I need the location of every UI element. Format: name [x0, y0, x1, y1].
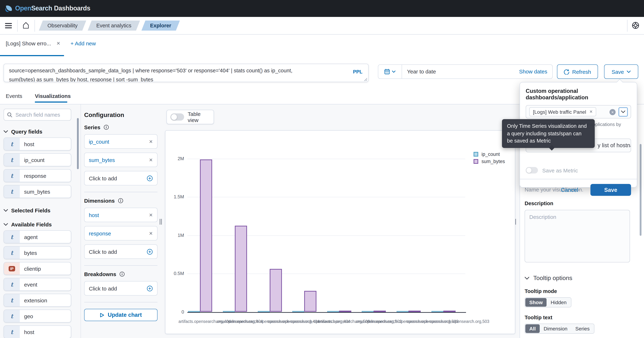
save-confirm-button[interactable]: Save — [590, 184, 631, 196]
tooltip-text-series[interactable]: Series — [571, 324, 594, 333]
save-as-metric-toggle[interactable] — [526, 167, 538, 173]
field-item-extension[interactable]: textension — [4, 294, 71, 307]
save-dropdown-button[interactable]: Save — [604, 65, 638, 79]
tab-visualizations[interactable]: Visualizations — [35, 93, 71, 99]
bar-sum-bytes-7[interactable] — [443, 311, 456, 312]
show-dates-button[interactable]: Show dates — [519, 68, 547, 75]
field-item-geo[interactable]: tgeo — [4, 309, 71, 322]
date-picker-button[interactable] — [378, 65, 402, 79]
ppl-query-input[interactable]: source=opensearch_dashboards_sample_data… — [4, 64, 368, 82]
add-icon[interactable] — [147, 175, 153, 181]
click-to-add-series[interactable]: Click to add — [84, 171, 158, 185]
text-type-icon: t — [4, 154, 20, 166]
legend-item-sum-bytes[interactable]: sum_bytes — [474, 159, 505, 164]
bar-ip-count-3[interactable] — [292, 311, 304, 312]
tooltip-options-section[interactable]: Tooltip options — [524, 275, 644, 282]
config-item-ip-count[interactable]: ip_count✕ — [84, 134, 158, 149]
field-item-sum-bytes[interactable]: tsum_bytes — [4, 185, 71, 198]
cancel-button[interactable]: Cancel — [561, 187, 578, 193]
field-item-bytes[interactable]: tbytes — [4, 246, 71, 259]
field-search-box[interactable] — [4, 109, 71, 121]
panel-combobox[interactable]: [Logs] Web traffic Panel ✕ ✕ — [526, 105, 631, 118]
bar-sum-bytes-3[interactable] — [304, 291, 316, 312]
chevron-down-icon[interactable] — [618, 107, 628, 117]
menu-icon[interactable] — [5, 23, 12, 29]
bar-chart[interactable]: 00.5M1M1.5M2Martifacts.opensearch.org,40… — [165, 130, 515, 334]
bar-ip-count-4[interactable] — [327, 311, 339, 312]
close-icon[interactable]: ✕ — [56, 41, 60, 46]
bar-sum-bytes-0[interactable] — [200, 159, 212, 312]
description-textarea[interactable] — [524, 210, 630, 262]
bar-ip-count-6[interactable] — [396, 311, 408, 312]
tooltip-text-dimension[interactable]: Dimension — [540, 324, 571, 333]
info-icon[interactable] — [120, 271, 125, 277]
explorer-tab[interactable]: [Logs] Show erro... ✕ — [6, 40, 60, 47]
clear-selection-icon[interactable]: ✕ — [610, 109, 616, 115]
chevron-down-icon — [524, 277, 529, 280]
right-panel-scrollbar[interactable] — [640, 144, 642, 236]
time-range-value[interactable]: Year to date — [407, 68, 436, 75]
add-new-tab-button[interactable]: + Add new — [70, 40, 96, 47]
remove-icon[interactable]: ✕ — [149, 212, 153, 218]
field-item-clientip[interactable]: IPclientip — [4, 262, 71, 275]
config-item-sum-bytes[interactable]: sum_bytes✕ — [84, 153, 158, 167]
section-selected-fields[interactable]: Selected Fields — [4, 207, 80, 213]
query-fields-list: thosttip_counttresponsetsum_bytes — [0, 138, 80, 198]
field-item-ip-count[interactable]: tip_count — [4, 153, 71, 166]
remove-icon[interactable]: ✕ — [149, 157, 153, 163]
section-available-fields[interactable]: Available Fields — [4, 221, 80, 227]
sidebar-scrollbar[interactable] — [77, 118, 79, 169]
bar-sum-bytes-1[interactable] — [235, 226, 247, 312]
bar-sum-bytes-5[interactable] — [374, 311, 386, 312]
legend-item-ip-count[interactable]: ip_count — [474, 152, 505, 157]
tab-events[interactable]: Events — [6, 93, 22, 99]
opensearch-logo-icon[interactable] — [5, 5, 12, 13]
selected-panel-tag[interactable]: [Logs] Web traffic Panel ✕ — [529, 107, 596, 116]
config-item-response[interactable]: response✕ — [84, 226, 158, 240]
help-icon[interactable] — [632, 22, 639, 29]
update-chart-button[interactable]: Update chart — [84, 309, 158, 321]
y-axis-tick-label: 1M — [166, 232, 184, 238]
field-item-event[interactable]: tevent — [4, 278, 71, 291]
bar-sum-bytes-6[interactable] — [408, 311, 421, 312]
selected-panel-label: [Logs] Web traffic Panel — [533, 109, 586, 115]
config-section-label: Series — [84, 124, 100, 130]
add-icon[interactable] — [147, 248, 153, 255]
bar-ip-count-1[interactable] — [223, 311, 235, 312]
breadcrumb-item-explorer[interactable]: Explorer — [142, 21, 180, 31]
config-item-host[interactable]: host✕ — [84, 208, 158, 222]
table-view-toggle[interactable] — [170, 113, 184, 121]
y-axis-tick-label: 0 — [166, 309, 184, 314]
play-icon — [100, 313, 104, 317]
info-icon[interactable] — [118, 198, 123, 203]
search-input[interactable] — [15, 111, 68, 118]
tooltip-text-all[interactable]: All — [525, 324, 540, 333]
info-icon[interactable] — [104, 125, 109, 130]
breadcrumb-item-event-analytics[interactable]: Event analytics — [88, 21, 140, 31]
breadcrumb-item-observability[interactable]: Observability — [39, 21, 86, 31]
tooltip-mode-hidden[interactable]: Hidden — [547, 298, 571, 307]
panel-resize-handle[interactable] — [160, 219, 162, 225]
tooltip-mode-show[interactable]: Show — [525, 298, 547, 307]
bar-ip-count-5[interactable] — [362, 311, 374, 312]
field-item-host[interactable]: thost — [4, 325, 71, 338]
home-icon[interactable] — [23, 22, 29, 29]
remove-tag-icon[interactable]: ✕ — [589, 109, 592, 114]
section-query-fields[interactable]: Query fields — [4, 129, 80, 135]
chevron-down-icon — [4, 209, 8, 212]
bar-sum-bytes-2[interactable] — [270, 269, 282, 312]
resize-handle-icon[interactable] — [364, 77, 367, 81]
bar-ip-count-7[interactable] — [431, 311, 443, 312]
click-to-add-breakdowns[interactable]: Click to add — [84, 281, 158, 295]
field-item-response[interactable]: tresponse — [4, 169, 71, 182]
bar-ip-count-2[interactable] — [258, 311, 270, 312]
bar-sum-bytes-4[interactable] — [339, 311, 351, 312]
click-to-add-dimensions[interactable]: Click to add — [84, 244, 158, 259]
bar-ip-count-0[interactable] — [188, 311, 200, 312]
field-item-host[interactable]: thost — [4, 138, 71, 150]
field-item-agent[interactable]: tagent — [4, 230, 71, 243]
add-icon[interactable] — [147, 285, 153, 291]
remove-icon[interactable]: ✕ — [149, 231, 153, 236]
remove-icon[interactable]: ✕ — [149, 139, 153, 144]
refresh-button[interactable]: Refresh — [557, 65, 598, 79]
